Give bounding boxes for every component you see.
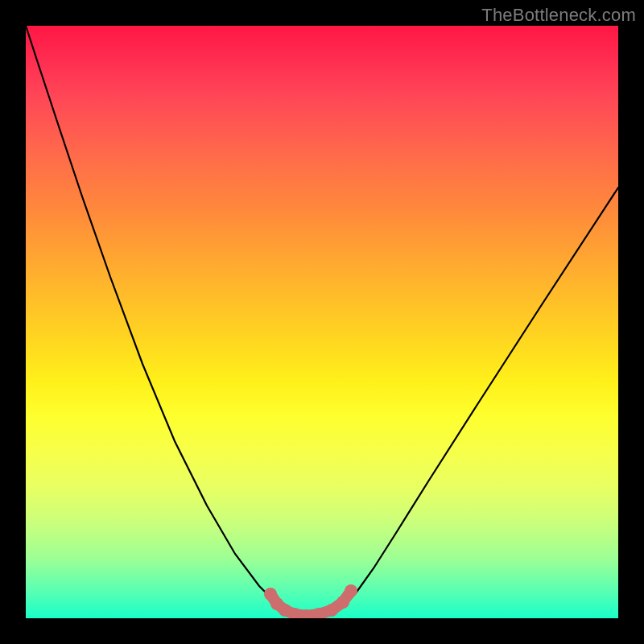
emphasis-dots [264, 584, 357, 618]
emphasis-dot [325, 604, 338, 617]
chart-frame: TheBottleneck.com [0, 0, 644, 644]
curve-svg [26, 26, 618, 618]
emphasis-dot [336, 596, 349, 609]
watermark-text: TheBottleneck.com [481, 5, 636, 26]
plot-area [26, 26, 618, 618]
emphasis-dot [345, 584, 357, 597]
bottleneck-curve [26, 26, 618, 616]
